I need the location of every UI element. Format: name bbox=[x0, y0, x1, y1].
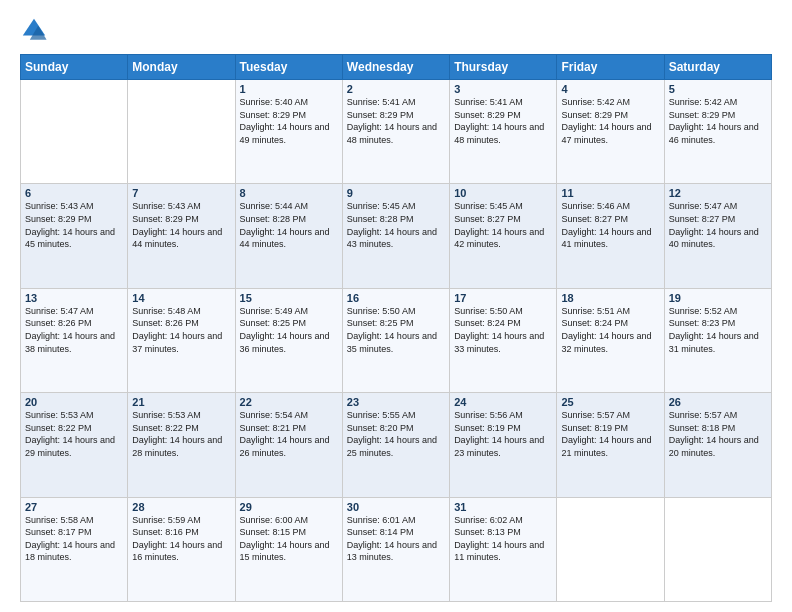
day-number: 6 bbox=[25, 187, 123, 199]
day-info: Sunrise: 5:45 AMSunset: 8:28 PMDaylight:… bbox=[347, 200, 445, 250]
day-info: Sunrise: 5:42 AMSunset: 8:29 PMDaylight:… bbox=[669, 96, 767, 146]
day-number: 19 bbox=[669, 292, 767, 304]
day-number: 10 bbox=[454, 187, 552, 199]
calendar-week-3: 13Sunrise: 5:47 AMSunset: 8:26 PMDayligh… bbox=[21, 288, 772, 392]
calendar-cell: 13Sunrise: 5:47 AMSunset: 8:26 PMDayligh… bbox=[21, 288, 128, 392]
calendar-cell: 16Sunrise: 5:50 AMSunset: 8:25 PMDayligh… bbox=[342, 288, 449, 392]
calendar-cell: 31Sunrise: 6:02 AMSunset: 8:13 PMDayligh… bbox=[450, 497, 557, 601]
day-info: Sunrise: 5:55 AMSunset: 8:20 PMDaylight:… bbox=[347, 409, 445, 459]
day-info: Sunrise: 5:41 AMSunset: 8:29 PMDaylight:… bbox=[454, 96, 552, 146]
calendar-week-1: 1Sunrise: 5:40 AMSunset: 8:29 PMDaylight… bbox=[21, 80, 772, 184]
day-number: 17 bbox=[454, 292, 552, 304]
calendar-cell: 23Sunrise: 5:55 AMSunset: 8:20 PMDayligh… bbox=[342, 393, 449, 497]
day-info: Sunrise: 5:53 AMSunset: 8:22 PMDaylight:… bbox=[25, 409, 123, 459]
day-number: 22 bbox=[240, 396, 338, 408]
day-info: Sunrise: 5:53 AMSunset: 8:22 PMDaylight:… bbox=[132, 409, 230, 459]
calendar-cell: 15Sunrise: 5:49 AMSunset: 8:25 PMDayligh… bbox=[235, 288, 342, 392]
weekday-header-monday: Monday bbox=[128, 55, 235, 80]
day-number: 7 bbox=[132, 187, 230, 199]
day-info: Sunrise: 5:44 AMSunset: 8:28 PMDaylight:… bbox=[240, 200, 338, 250]
day-info: Sunrise: 5:57 AMSunset: 8:19 PMDaylight:… bbox=[561, 409, 659, 459]
calendar-cell: 2Sunrise: 5:41 AMSunset: 8:29 PMDaylight… bbox=[342, 80, 449, 184]
calendar-cell: 4Sunrise: 5:42 AMSunset: 8:29 PMDaylight… bbox=[557, 80, 664, 184]
calendar-cell: 9Sunrise: 5:45 AMSunset: 8:28 PMDaylight… bbox=[342, 184, 449, 288]
day-info: Sunrise: 5:47 AMSunset: 8:26 PMDaylight:… bbox=[25, 305, 123, 355]
calendar-cell: 20Sunrise: 5:53 AMSunset: 8:22 PMDayligh… bbox=[21, 393, 128, 497]
calendar-cell: 22Sunrise: 5:54 AMSunset: 8:21 PMDayligh… bbox=[235, 393, 342, 497]
calendar-week-5: 27Sunrise: 5:58 AMSunset: 8:17 PMDayligh… bbox=[21, 497, 772, 601]
calendar-cell: 3Sunrise: 5:41 AMSunset: 8:29 PMDaylight… bbox=[450, 80, 557, 184]
day-number: 11 bbox=[561, 187, 659, 199]
day-number: 20 bbox=[25, 396, 123, 408]
day-number: 13 bbox=[25, 292, 123, 304]
calendar-cell: 29Sunrise: 6:00 AMSunset: 8:15 PMDayligh… bbox=[235, 497, 342, 601]
calendar-cell: 11Sunrise: 5:46 AMSunset: 8:27 PMDayligh… bbox=[557, 184, 664, 288]
day-info: Sunrise: 5:42 AMSunset: 8:29 PMDaylight:… bbox=[561, 96, 659, 146]
day-info: Sunrise: 5:49 AMSunset: 8:25 PMDaylight:… bbox=[240, 305, 338, 355]
day-number: 25 bbox=[561, 396, 659, 408]
day-number: 29 bbox=[240, 501, 338, 513]
calendar-cell: 10Sunrise: 5:45 AMSunset: 8:27 PMDayligh… bbox=[450, 184, 557, 288]
calendar-cell: 5Sunrise: 5:42 AMSunset: 8:29 PMDaylight… bbox=[664, 80, 771, 184]
calendar-cell: 14Sunrise: 5:48 AMSunset: 8:26 PMDayligh… bbox=[128, 288, 235, 392]
day-number: 4 bbox=[561, 83, 659, 95]
day-number: 16 bbox=[347, 292, 445, 304]
day-info: Sunrise: 5:52 AMSunset: 8:23 PMDaylight:… bbox=[669, 305, 767, 355]
logo-icon bbox=[20, 16, 48, 44]
day-number: 23 bbox=[347, 396, 445, 408]
day-info: Sunrise: 5:46 AMSunset: 8:27 PMDaylight:… bbox=[561, 200, 659, 250]
day-info: Sunrise: 5:40 AMSunset: 8:29 PMDaylight:… bbox=[240, 96, 338, 146]
calendar: SundayMondayTuesdayWednesdayThursdayFrid… bbox=[20, 54, 772, 602]
day-info: Sunrise: 5:48 AMSunset: 8:26 PMDaylight:… bbox=[132, 305, 230, 355]
weekday-header-saturday: Saturday bbox=[664, 55, 771, 80]
day-number: 15 bbox=[240, 292, 338, 304]
day-info: Sunrise: 5:45 AMSunset: 8:27 PMDaylight:… bbox=[454, 200, 552, 250]
calendar-cell: 1Sunrise: 5:40 AMSunset: 8:29 PMDaylight… bbox=[235, 80, 342, 184]
calendar-cell: 12Sunrise: 5:47 AMSunset: 8:27 PMDayligh… bbox=[664, 184, 771, 288]
day-info: Sunrise: 5:59 AMSunset: 8:16 PMDaylight:… bbox=[132, 514, 230, 564]
day-info: Sunrise: 5:47 AMSunset: 8:27 PMDaylight:… bbox=[669, 200, 767, 250]
day-number: 31 bbox=[454, 501, 552, 513]
weekday-header-sunday: Sunday bbox=[21, 55, 128, 80]
calendar-week-4: 20Sunrise: 5:53 AMSunset: 8:22 PMDayligh… bbox=[21, 393, 772, 497]
day-number: 5 bbox=[669, 83, 767, 95]
day-number: 28 bbox=[132, 501, 230, 513]
weekday-header-friday: Friday bbox=[557, 55, 664, 80]
day-info: Sunrise: 5:58 AMSunset: 8:17 PMDaylight:… bbox=[25, 514, 123, 564]
day-info: Sunrise: 5:43 AMSunset: 8:29 PMDaylight:… bbox=[132, 200, 230, 250]
day-number: 12 bbox=[669, 187, 767, 199]
day-info: Sunrise: 5:43 AMSunset: 8:29 PMDaylight:… bbox=[25, 200, 123, 250]
day-number: 24 bbox=[454, 396, 552, 408]
header bbox=[20, 16, 772, 44]
day-info: Sunrise: 6:02 AMSunset: 8:13 PMDaylight:… bbox=[454, 514, 552, 564]
calendar-cell: 27Sunrise: 5:58 AMSunset: 8:17 PMDayligh… bbox=[21, 497, 128, 601]
day-number: 21 bbox=[132, 396, 230, 408]
logo bbox=[20, 16, 52, 44]
calendar-cell: 7Sunrise: 5:43 AMSunset: 8:29 PMDaylight… bbox=[128, 184, 235, 288]
calendar-cell: 30Sunrise: 6:01 AMSunset: 8:14 PMDayligh… bbox=[342, 497, 449, 601]
day-info: Sunrise: 5:50 AMSunset: 8:25 PMDaylight:… bbox=[347, 305, 445, 355]
day-info: Sunrise: 5:51 AMSunset: 8:24 PMDaylight:… bbox=[561, 305, 659, 355]
page: SundayMondayTuesdayWednesdayThursdayFrid… bbox=[0, 0, 792, 612]
weekday-header-wednesday: Wednesday bbox=[342, 55, 449, 80]
calendar-cell: 24Sunrise: 5:56 AMSunset: 8:19 PMDayligh… bbox=[450, 393, 557, 497]
weekday-header-tuesday: Tuesday bbox=[235, 55, 342, 80]
calendar-cell bbox=[128, 80, 235, 184]
day-info: Sunrise: 6:01 AMSunset: 8:14 PMDaylight:… bbox=[347, 514, 445, 564]
day-number: 9 bbox=[347, 187, 445, 199]
weekday-header-thursday: Thursday bbox=[450, 55, 557, 80]
day-number: 3 bbox=[454, 83, 552, 95]
calendar-cell bbox=[557, 497, 664, 601]
calendar-cell: 26Sunrise: 5:57 AMSunset: 8:18 PMDayligh… bbox=[664, 393, 771, 497]
day-number: 18 bbox=[561, 292, 659, 304]
calendar-cell: 8Sunrise: 5:44 AMSunset: 8:28 PMDaylight… bbox=[235, 184, 342, 288]
calendar-cell bbox=[664, 497, 771, 601]
calendar-cell: 17Sunrise: 5:50 AMSunset: 8:24 PMDayligh… bbox=[450, 288, 557, 392]
day-number: 26 bbox=[669, 396, 767, 408]
day-info: Sunrise: 5:56 AMSunset: 8:19 PMDaylight:… bbox=[454, 409, 552, 459]
day-info: Sunrise: 5:54 AMSunset: 8:21 PMDaylight:… bbox=[240, 409, 338, 459]
day-number: 8 bbox=[240, 187, 338, 199]
calendar-cell: 6Sunrise: 5:43 AMSunset: 8:29 PMDaylight… bbox=[21, 184, 128, 288]
calendar-cell: 25Sunrise: 5:57 AMSunset: 8:19 PMDayligh… bbox=[557, 393, 664, 497]
day-info: Sunrise: 5:41 AMSunset: 8:29 PMDaylight:… bbox=[347, 96, 445, 146]
